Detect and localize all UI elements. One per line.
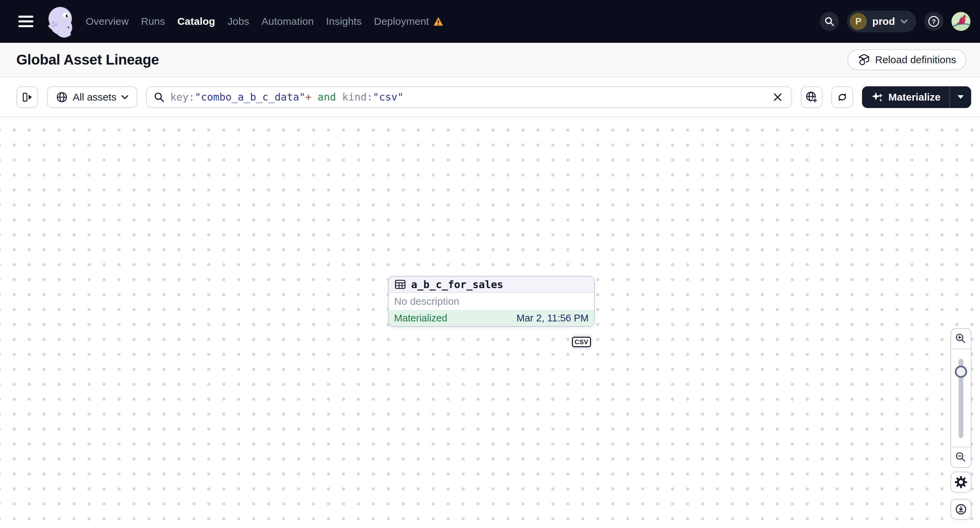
query-value-token: "combo_a_b_c_data" xyxy=(195,91,305,103)
zoom-slider[interactable] xyxy=(951,349,971,447)
top-navbar: Overview Runs Catalog Jobs Automation In… xyxy=(0,0,980,43)
nav-item-deployment-label: Deployment xyxy=(374,16,429,27)
expand-panel-icon xyxy=(21,91,33,104)
materialize-split-button: Materialize xyxy=(862,86,971,108)
query-operator-token: + xyxy=(305,91,312,103)
zoom-controls xyxy=(950,328,972,468)
asset-node-status-bar: Materialized Mar 2, 11:56 PM xyxy=(389,310,594,326)
download-icon xyxy=(955,503,967,516)
warning-icon xyxy=(433,17,444,26)
asset-node-description: No description xyxy=(389,293,594,310)
filter-lineage-button[interactable] xyxy=(801,86,822,108)
dagster-logo-icon[interactable] xyxy=(43,4,78,39)
reload-definitions-icon xyxy=(858,53,870,66)
deployment-name: prod xyxy=(872,16,895,27)
zoom-slider-knob[interactable] xyxy=(955,366,967,378)
table-icon xyxy=(394,278,406,290)
hamburger-icon xyxy=(18,15,33,28)
zoom-in-button[interactable] xyxy=(951,329,971,349)
nav-item-deployment[interactable]: Deployment xyxy=(374,16,444,27)
query-field-token: key: xyxy=(170,91,194,103)
expand-panel-button[interactable] xyxy=(16,86,38,108)
csv-kind-icon: CSV xyxy=(572,337,591,347)
asset-kind-badge[interactable]: CSV xyxy=(571,334,592,350)
close-icon xyxy=(773,92,783,102)
sparkles-icon xyxy=(871,91,884,104)
primary-nav: Overview Runs Catalog Jobs Automation In… xyxy=(86,16,444,27)
query-field-token: kind: xyxy=(342,91,373,103)
page-header: Global Asset Lineage Reload definitions xyxy=(0,43,980,78)
download-image-button[interactable] xyxy=(950,499,972,520)
query-value-token: "csv" xyxy=(373,91,403,103)
search-icon xyxy=(824,16,834,27)
globe-icon xyxy=(56,91,68,103)
gear-icon xyxy=(955,476,967,488)
refresh-button[interactable] xyxy=(831,86,853,108)
nav-item-overview[interactable]: Overview xyxy=(86,16,129,27)
refresh-icon xyxy=(836,91,849,104)
zoom-in-icon xyxy=(955,333,967,345)
reload-definitions-button[interactable]: Reload definitions xyxy=(847,49,967,70)
status-badge: Materialized xyxy=(394,312,447,324)
lineage-canvas[interactable]: a_b_c_for_sales No description Materiali… xyxy=(0,117,980,528)
nav-item-insights[interactable]: Insights xyxy=(326,16,362,27)
global-search-button[interactable] xyxy=(820,12,839,31)
asset-name: a_b_c_for_sales xyxy=(411,279,503,290)
materialize-label: Materialize xyxy=(889,91,940,103)
nav-item-runs[interactable]: Runs xyxy=(141,16,165,27)
asset-scope-button[interactable]: All assets xyxy=(47,86,137,108)
clear-search-button[interactable] xyxy=(771,90,784,104)
deployment-switcher[interactable]: P prod xyxy=(847,11,916,32)
help-icon: ? xyxy=(928,15,940,27)
help-button[interactable]: ? xyxy=(924,12,943,31)
lineage-toolbar: All assets key:"combo_a_b_c_data"+ and k… xyxy=(0,78,980,117)
zoom-out-icon xyxy=(955,451,967,463)
caret-down-icon xyxy=(958,95,964,99)
menu-button[interactable] xyxy=(16,12,35,31)
page-title: Global Asset Lineage xyxy=(16,52,159,68)
reload-definitions-label: Reload definitions xyxy=(875,54,956,66)
query-keyword-token: and xyxy=(312,91,342,103)
lineage-settings-button[interactable] xyxy=(950,472,972,493)
asset-node-header: a_b_c_for_sales xyxy=(389,277,594,293)
chevron-down-icon xyxy=(900,19,908,24)
chevron-down-icon xyxy=(121,95,129,100)
svg-text:?: ? xyxy=(932,18,936,25)
asset-description-text: No description xyxy=(394,296,460,307)
deployment-initial-badge: P xyxy=(850,13,867,30)
navbar-right-cluster: P prod ? xyxy=(820,11,970,32)
materialization-timestamp[interactable]: Mar 2, 11:56 PM xyxy=(517,312,589,324)
nav-item-catalog[interactable]: Catalog xyxy=(177,16,215,27)
asset-search-input[interactable]: key:"combo_a_b_c_data"+ and kind:"csv" xyxy=(146,86,792,108)
materialize-options-button[interactable] xyxy=(950,86,971,108)
nav-item-jobs[interactable]: Jobs xyxy=(228,16,249,27)
user-avatar[interactable] xyxy=(951,12,970,31)
materialize-button[interactable]: Materialize xyxy=(862,86,950,108)
asset-scope-label: All assets xyxy=(73,91,116,103)
globe-plus-icon xyxy=(805,91,818,104)
nav-item-automation[interactable]: Automation xyxy=(261,16,314,27)
search-query-text: key:"combo_a_b_c_data"+ and kind:"csv" xyxy=(170,91,765,103)
avatar-bird-image xyxy=(951,12,970,31)
search-icon xyxy=(154,92,165,103)
asset-node[interactable]: a_b_c_for_sales No description Materiali… xyxy=(388,276,595,327)
zoom-out-button[interactable] xyxy=(951,447,971,467)
